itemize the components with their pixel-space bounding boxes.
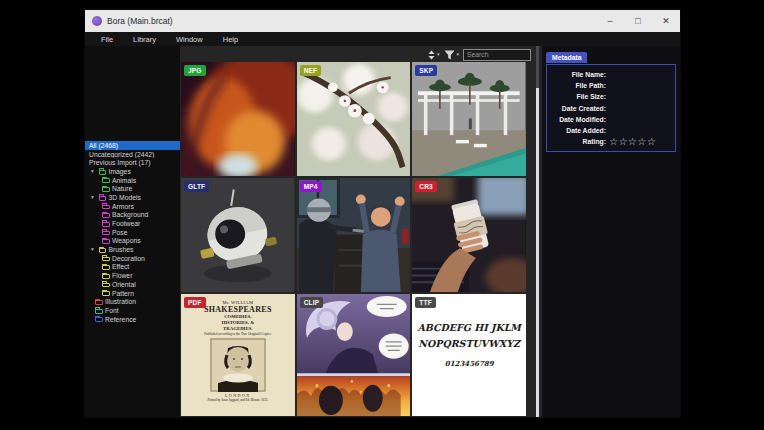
asset-grid-area: ▾ ▾ JPG [180, 46, 542, 417]
file-type-badge: TTF [415, 297, 436, 308]
metadata-row-file-path: File Path: [550, 80, 672, 91]
app-window: Bora (Main.brcat) – □ ✕ File Library Win… [85, 10, 680, 417]
sidebar-item-flower[interactable]: Flower [85, 271, 180, 280]
metadata-panel: Metadata File Name: File Path: File Size… [542, 46, 680, 417]
grid-scrollbar[interactable] [536, 46, 539, 417]
font-specimen: ABCDEFG HI JKLM NOPQRSTUVWXYZ 0123456789 [412, 294, 526, 416]
metadata-row-file-name: File Name: [550, 69, 672, 80]
pdf-title-page: Mr. WILLIAM SHAKESPEARES COMEDIES, HISTO… [181, 294, 295, 416]
asset-beach-3d-model[interactable]: SKP [412, 62, 526, 176]
filter-icon[interactable]: ▾ [443, 50, 460, 60]
asset-comic-clip[interactable]: CLIP [297, 294, 411, 416]
sidebar-item-pose[interactable]: Pose [85, 228, 180, 237]
menu-window[interactable]: Window [166, 35, 213, 44]
sidebar-item-font[interactable]: Font [85, 306, 180, 315]
asset-helmet-3d-model[interactable]: GLTF [181, 178, 295, 292]
chevron-down-icon: ▾ [437, 52, 440, 57]
metadata-row-file-size: File Size: [550, 91, 672, 102]
sidebar-item-nature[interactable]: Nature [85, 184, 180, 193]
maximize-button[interactable]: □ [624, 10, 652, 32]
blossom-photo-art [297, 62, 411, 176]
metadata-row-date-added: Date Added: [550, 125, 672, 136]
sidebar-item-3d-models[interactable]: ▾ 3D Models [85, 193, 180, 202]
search-input[interactable] [463, 49, 531, 61]
folder-tree: All (2468) Uncategorized (2442) Previous… [85, 141, 180, 323]
content-area: All (2468) Uncategorized (2442) Previous… [85, 46, 680, 417]
sidebar-item-background[interactable]: Background [85, 211, 180, 220]
metadata-row-rating: Rating: ☆☆☆☆☆ [550, 136, 672, 147]
metadata-box: File Name: File Path: File Size: Date Cr… [546, 64, 676, 152]
rating-stars[interactable]: ☆☆☆☆☆ [608, 137, 656, 147]
sidebar-item-all[interactable]: All (2468) [85, 141, 180, 150]
folder-icon [102, 239, 110, 244]
sidebar-item-pattern[interactable]: Pattern [85, 289, 180, 298]
file-type-badge: CLIP [300, 297, 324, 308]
tab-metadata[interactable]: Metadata [546, 52, 587, 63]
grid-toolbar: ▾ ▾ [180, 47, 531, 62]
window-title: Bora (Main.brcat) [107, 16, 173, 26]
sidebar-item-effect[interactable]: Effect [85, 263, 180, 272]
menu-library[interactable]: Library [123, 35, 166, 44]
file-type-badge: SKP [415, 65, 437, 76]
minimize-button[interactable]: – [596, 10, 624, 32]
folder-icon [102, 291, 110, 296]
chevron-down-icon[interactable]: ▾ [89, 247, 96, 253]
folder-icon [102, 222, 110, 227]
file-type-badge: NEF [300, 65, 322, 76]
sidebar-item-armors[interactable]: Armors [85, 202, 180, 211]
file-type-badge: PDF [184, 297, 206, 308]
scrollbar-thumb[interactable] [536, 88, 539, 417]
chevron-down-icon[interactable]: ▾ [89, 195, 96, 201]
comic-page-art [297, 294, 411, 416]
file-type-badge: MP4 [300, 181, 322, 192]
asset-blossom-photo[interactable]: NEF [297, 62, 411, 176]
folder-icon [102, 257, 110, 262]
helmet-model-art [181, 178, 295, 292]
folder-icon [102, 213, 110, 218]
asset-font-ttf[interactable]: TTF ABCDEFG HI JKLM NOPQRSTUVWXYZ 012345… [412, 294, 526, 416]
file-type-badge: JPG [184, 65, 206, 76]
sidebar-item-previous-import[interactable]: Previous Import (17) [85, 158, 180, 167]
sidebar-item-weapons[interactable]: Weapons [85, 237, 180, 246]
sidebar-item-illustration[interactable]: Illustration [85, 297, 180, 306]
folder-icon [95, 300, 103, 305]
folder-icon [102, 231, 110, 236]
folder-icon [102, 187, 110, 192]
beach-scene-art [412, 62, 526, 176]
folder-icon [95, 317, 103, 322]
chevron-down-icon: ▾ [456, 52, 459, 57]
folder-icon [102, 265, 110, 270]
folder-icon [99, 248, 107, 253]
sort-icon[interactable]: ▾ [426, 50, 441, 60]
sidebar-item-uncategorized[interactable]: Uncategorized (2442) [85, 150, 180, 159]
metadata-row-date-modified: Date Modified: [550, 114, 672, 125]
asset-animation-video[interactable]: MP4 [297, 178, 411, 292]
folder-icon [102, 283, 110, 288]
coffee-photo-art [412, 178, 526, 292]
sidebar-item-reference[interactable]: Reference [85, 315, 180, 324]
sidebar-item-decoration[interactable]: Decoration [85, 254, 180, 263]
sidebar-item-oriental[interactable]: Oriental [85, 280, 180, 289]
folder-icon [99, 170, 107, 175]
menu-file[interactable]: File [91, 35, 123, 44]
sidebar-item-brushes[interactable]: ▾ Brushes [85, 245, 180, 254]
close-button[interactable]: ✕ [652, 10, 680, 32]
canyon-photo-art [181, 62, 295, 176]
sidebar-item-footwear[interactable]: Footwear [85, 219, 180, 228]
menu-help[interactable]: Help [213, 35, 248, 44]
app-logo-icon [92, 16, 102, 26]
sidebar: All (2468) Uncategorized (2442) Previous… [85, 46, 180, 417]
shakespeare-portrait [210, 338, 266, 392]
asset-shakespeare-pdf[interactable]: PDF Mr. WILLIAM SHAKESPEARES COMEDIES, H… [181, 294, 295, 416]
folder-icon [102, 274, 110, 279]
folder-icon [95, 309, 103, 314]
animation-still-art [297, 178, 411, 292]
thumbnail-grid: JPG NEF [181, 62, 526, 416]
folder-icon [102, 178, 110, 183]
asset-canyon-photo[interactable]: JPG [181, 62, 295, 176]
sidebar-item-images[interactable]: ▾ Images [85, 167, 180, 176]
file-type-badge: GLTF [184, 181, 209, 192]
asset-coffee-photo[interactable]: CR3 [412, 178, 526, 292]
chevron-down-icon[interactable]: ▾ [89, 169, 96, 175]
sidebar-item-animals[interactable]: Animals [85, 176, 180, 185]
